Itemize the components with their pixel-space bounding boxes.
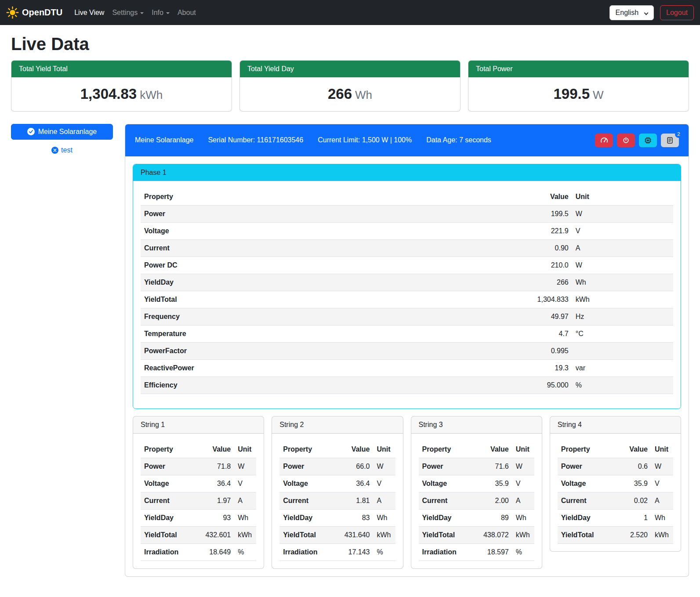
check-circle-icon [27, 128, 35, 135]
brand[interactable]: OpenDTU [6, 6, 62, 19]
value-cell: 35.9 [615, 475, 651, 492]
value-cell: 199.5 [399, 205, 572, 222]
property-cell: YieldTotal [558, 526, 615, 543]
string-3-table: Property Value Unit Power71.6W Voltage35… [419, 441, 534, 561]
table-row: YieldDay1Wh [558, 509, 673, 526]
inverter-actions: 2 [595, 134, 679, 147]
nav-live-view[interactable]: Live View [70, 5, 108, 20]
nav-info[interactable]: Info [148, 5, 174, 20]
inverter-select-button[interactable]: Meine Solaranlage [11, 124, 113, 140]
property-cell: Power [141, 205, 399, 222]
total-yield-day-card: Total Yield Day 266Wh [239, 60, 461, 112]
col-header-unit: Unit [651, 441, 673, 458]
unit-cell [572, 342, 673, 359]
property-cell: Current [558, 492, 615, 509]
table-row: YieldDay266Wh [141, 274, 673, 291]
nav-settings[interactable]: Settings [108, 5, 148, 20]
chevron-down-icon [140, 12, 144, 14]
unit-cell: % [234, 543, 256, 561]
property-cell: PowerFactor [141, 342, 399, 359]
inverter-limit: Current Limit: 1,500 W | 100% [318, 136, 412, 144]
value-cell: 221.9 [399, 222, 572, 239]
chevron-down-icon [166, 12, 170, 14]
card-value: 199.5 [553, 86, 590, 102]
table-row: YieldTotal1,304.833kWh [141, 291, 673, 308]
value-cell: 210.0 [399, 257, 572, 274]
table-row: Voltage36.4V [279, 475, 395, 492]
string-3-card: String 3 Property Value Unit [411, 416, 542, 569]
table-row: YieldDay83Wh [279, 509, 395, 526]
chevron-down-icon [644, 11, 649, 15]
power-icon [622, 137, 630, 144]
language-select[interactable]: English [609, 5, 654, 20]
col-header-value: Value [332, 441, 374, 458]
value-cell: 0.995 [399, 342, 572, 359]
unit-cell: var [572, 359, 673, 376]
property-cell: Power DC [141, 257, 399, 274]
inverter-item-test[interactable]: test [11, 146, 113, 154]
table-row: Current1.97A [141, 492, 256, 509]
table-row: Power199.5W [141, 205, 673, 222]
inverter-test-label: test [61, 146, 73, 154]
value-cell: 2.520 [615, 526, 651, 543]
table-row: Current2.00A [419, 492, 534, 509]
unit-cell: % [512, 543, 534, 561]
sun-icon [6, 6, 19, 19]
inverter-data-age: Data Age: 7 seconds [426, 136, 491, 144]
inverter-select-label: Meine Solaranlage [38, 128, 97, 136]
navbar-right: English Logout [609, 5, 694, 20]
string-card-title: String 3 [411, 416, 542, 434]
table-header-row: Property Value Unit [279, 441, 395, 458]
property-cell: Voltage [279, 475, 332, 492]
unit-cell: W [234, 458, 256, 475]
phase-card-title: Phase 1 [133, 164, 681, 181]
table-row: Voltage35.9V [558, 475, 673, 492]
device-info-button[interactable] [639, 134, 657, 147]
value-cell: 17.143 [332, 543, 374, 561]
property-cell: YieldDay [558, 509, 615, 526]
col-header-property: Property [419, 441, 472, 458]
card-title: Total Yield Total [11, 61, 232, 77]
value-cell: 0.6 [615, 458, 651, 475]
total-power-card: Total Power 199.5W [468, 60, 689, 112]
logout-button[interactable]: Logout [660, 5, 694, 20]
value-cell: 35.9 [471, 475, 512, 492]
card-value: 266 [328, 86, 352, 102]
value-cell: 71.8 [193, 458, 235, 475]
table-row: YieldTotal438.072kWh [419, 526, 534, 543]
table-row: Current0.90A [141, 239, 673, 257]
nav-about[interactable]: About [174, 5, 200, 20]
card-unit: Wh [355, 88, 372, 101]
unit-cell: kWh [572, 291, 673, 308]
col-header-value: Value [193, 441, 235, 458]
unit-cell: kWh [373, 526, 395, 543]
card-body: 199.5W [468, 77, 689, 111]
property-cell: Frequency [141, 308, 399, 325]
event-log-button[interactable]: 2 [661, 134, 679, 147]
value-cell: 438.072 [471, 526, 512, 543]
value-cell: 266 [399, 274, 572, 291]
property-cell: Temperature [141, 325, 399, 342]
table-row: Voltage221.9V [141, 222, 673, 239]
cpu-icon [644, 137, 652, 144]
top-navbar: OpenDTU Live View Settings Info About En… [0, 0, 700, 25]
summary-cards-row: Total Yield Total 1,304.83kWh Total Yiel… [11, 60, 689, 112]
table-row: YieldDay89Wh [419, 509, 534, 526]
value-cell: 0.02 [615, 492, 651, 509]
unit-cell: Hz [572, 308, 673, 325]
string-4-card: String 4 Property Value Unit [550, 416, 681, 552]
power-button[interactable] [617, 134, 635, 147]
property-cell: Current [141, 239, 399, 257]
inverter-panel-header: Meine Solaranlage Serial Number: 1161716… [125, 124, 689, 156]
table-row: Power71.6W [419, 458, 534, 475]
value-cell: 4.7 [399, 325, 572, 342]
table-header-row: Property Value Unit [141, 188, 673, 206]
total-yield-total-card: Total Yield Total 1,304.83kWh [11, 60, 232, 112]
inverter-panel: Meine Solaranlage Serial Number: 1161716… [125, 124, 689, 577]
string-card-title: String 1 [133, 416, 264, 434]
property-cell: Voltage [141, 222, 399, 239]
col-header-value: Value [471, 441, 512, 458]
unit-cell: kWh [651, 526, 673, 543]
limit-settings-button[interactable] [595, 134, 613, 147]
x-circle-icon [51, 147, 58, 154]
